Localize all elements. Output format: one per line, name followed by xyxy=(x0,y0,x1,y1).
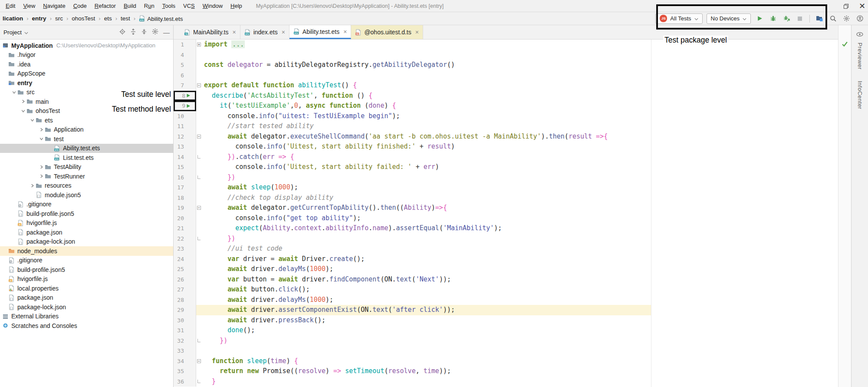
fold-marker-icon[interactable]: + xyxy=(196,40,202,50)
tree-row[interactable]: ETSList.test.ets xyxy=(0,153,173,162)
profile-avatar-icon[interactable] xyxy=(855,14,865,23)
close-tab-icon[interactable]: × xyxy=(232,29,236,36)
breadcrumb-item[interactable]: src xyxy=(54,15,64,22)
code-line[interactable]: 9 it('testUiExample',0, async function (… xyxy=(174,101,838,111)
fold-marker-icon[interactable] xyxy=(196,152,202,162)
tool-window-tab-infocenter[interactable]: InfoCenter xyxy=(857,81,863,109)
menu-vcs[interactable]: VCS xyxy=(179,0,199,12)
collapse-all-icon[interactable] xyxy=(141,29,147,36)
editor-tab[interactable]: ETSAbility.test.ets× xyxy=(289,25,352,39)
breadcrumb-item[interactable]: ohosTest xyxy=(71,15,96,22)
tree-row[interactable]: {}module.json5 xyxy=(0,190,173,200)
tree-row[interactable]: local.properties xyxy=(0,284,173,293)
code-line[interactable]: 23 //ui test code xyxy=(174,244,838,254)
fold-end-icon[interactable] xyxy=(197,339,201,342)
fold-marker-icon[interactable]: − xyxy=(196,80,202,91)
device-manager-icon[interactable] xyxy=(815,14,824,23)
fold-collapse-icon[interactable]: − xyxy=(197,206,201,210)
run-button[interactable] xyxy=(755,14,764,23)
expand-all-icon[interactable] xyxy=(130,29,136,36)
close-tab-icon[interactable]: × xyxy=(415,29,419,36)
tree-row[interactable]: JShvigorfile.js xyxy=(0,218,173,228)
code-line[interactable]: 12− await delegator.executeShellCommand(… xyxy=(174,132,838,142)
restore-window-button[interactable] xyxy=(842,1,851,11)
code-line[interactable]: 21 expect(Ability.context.abilityInfo.na… xyxy=(174,223,838,234)
editor-tab[interactable]: ETSindex.ets× xyxy=(240,25,289,39)
fold-collapse-icon[interactable]: − xyxy=(197,135,201,139)
code-line[interactable]: 29 await driver.assertComponentExist(ON.… xyxy=(174,305,838,315)
code-editor[interactable]: 1+import ...45const delegator = abilityD… xyxy=(174,40,838,387)
breadcrumb-item[interactable]: entry xyxy=(31,15,47,22)
code-line[interactable]: 7−export default function abilityTest() … xyxy=(174,80,838,91)
fold-collapse-icon[interactable]: − xyxy=(197,359,201,363)
code-line[interactable]: 28 await driver.delayMs(1000); xyxy=(174,295,838,305)
code-line[interactable]: 31 done(); xyxy=(174,325,838,336)
tree-row[interactable]: entry xyxy=(0,78,173,88)
code-line[interactable]: 6 xyxy=(174,70,838,81)
tree-row[interactable]: TestRunner xyxy=(0,172,173,181)
tree-row[interactable]: .gitignore xyxy=(0,200,173,209)
tree-row[interactable]: TestAbility xyxy=(0,162,173,172)
code-line[interactable]: 33 xyxy=(174,346,838,356)
search-everywhere-icon[interactable] xyxy=(828,14,838,23)
menu-view[interactable]: View xyxy=(19,0,39,12)
tree-row[interactable]: .hvigor xyxy=(0,50,173,60)
close-tab-icon[interactable]: × xyxy=(282,29,285,36)
chevron-right-icon[interactable] xyxy=(38,174,44,179)
hide-panel-icon[interactable]: — xyxy=(163,29,170,36)
code-line[interactable]: 11 //start tested ability xyxy=(174,121,838,132)
code-line[interactable]: 10 console.info("uitest: TestUiExample b… xyxy=(174,111,838,122)
code-line[interactable]: 1+import ... xyxy=(174,40,838,50)
fold-marker-icon[interactable] xyxy=(196,336,202,346)
code-line[interactable]: 5const delegator = abilityDelegatorRegis… xyxy=(174,60,838,70)
chevron-right-icon[interactable] xyxy=(20,99,26,104)
fold-collapse-icon[interactable]: − xyxy=(197,83,201,87)
locate-file-icon[interactable] xyxy=(119,29,125,36)
fold-end-icon[interactable] xyxy=(197,175,201,179)
breadcrumb-item[interactable]: test xyxy=(120,15,131,22)
tree-row[interactable]: node_modules xyxy=(0,246,173,256)
chevron-down-icon[interactable] xyxy=(29,118,35,122)
fold-end-icon[interactable] xyxy=(197,380,201,383)
stop-button[interactable] xyxy=(795,14,805,23)
fold-marker-icon[interactable]: − xyxy=(196,203,202,213)
tree-row[interactable]: {}build-profile.json5 xyxy=(0,209,173,218)
editor-tab[interactable]: TSMainAbility.ts× xyxy=(180,25,240,39)
close-window-button[interactable]: ✕ xyxy=(859,0,865,12)
code-line[interactable]: 35 return new Promise((resolve) => setTi… xyxy=(174,366,838,377)
tree-row[interactable]: {}package.json xyxy=(0,228,173,237)
breadcrumb-item[interactable]: ETSAbility.test.ets xyxy=(138,15,184,22)
fold-marker-icon[interactable]: − xyxy=(196,132,202,142)
tree-row[interactable]: {}package-lock.json xyxy=(0,302,173,312)
debug-attach-button[interactable] xyxy=(782,14,791,23)
project-tab-label[interactable]: Project xyxy=(3,29,22,36)
code-line[interactable]: 18 //check top display ability xyxy=(174,193,838,203)
breadcrumb-item[interactable]: lication xyxy=(2,15,24,22)
fold-expand-icon[interactable]: + xyxy=(197,43,201,46)
tree-row[interactable]: {}package.json xyxy=(0,293,173,303)
tree-row[interactable]: {}package-lock.json xyxy=(0,237,173,247)
tool-window-tab-previewer[interactable]: Previewer xyxy=(857,43,863,69)
tree-row[interactable]: .idea xyxy=(0,60,173,69)
code-line[interactable]: 27 await button.click(); xyxy=(174,284,838,295)
tree-row[interactable]: test xyxy=(0,134,173,144)
menu-navigate[interactable]: Navigate xyxy=(39,0,69,12)
code-line[interactable]: 22 }) xyxy=(174,234,838,244)
fold-marker-icon[interactable] xyxy=(196,172,202,183)
run-test-gutter-icon[interactable] xyxy=(185,93,191,98)
fold-marker-icon[interactable] xyxy=(196,377,202,387)
device-select[interactable]: No Devices xyxy=(707,13,751,24)
menu-help[interactable]: Help xyxy=(227,0,246,12)
editor-tab[interactable]: TS@ohos.uitest.d.ts× xyxy=(351,25,423,39)
tree-row[interactable]: JShvigorfile.js xyxy=(0,275,173,284)
tree-row[interactable]: Scratches and Consoles xyxy=(0,321,173,331)
fold-end-icon[interactable] xyxy=(197,237,201,240)
code-line[interactable]: 20 console.info("get top ability"); xyxy=(174,213,838,224)
code-line[interactable]: 26 var button = await driver.findCompone… xyxy=(174,275,838,285)
tree-row[interactable]: ets xyxy=(0,116,173,125)
breadcrumb-item[interactable]: ets xyxy=(103,15,113,22)
menu-tools[interactable]: Tools xyxy=(158,0,179,12)
fold-marker-icon[interactable] xyxy=(196,234,202,244)
code-line[interactable]: 8 describe('ActsAbilityTest', function (… xyxy=(174,91,838,101)
panel-settings-gear-icon[interactable] xyxy=(152,28,158,36)
